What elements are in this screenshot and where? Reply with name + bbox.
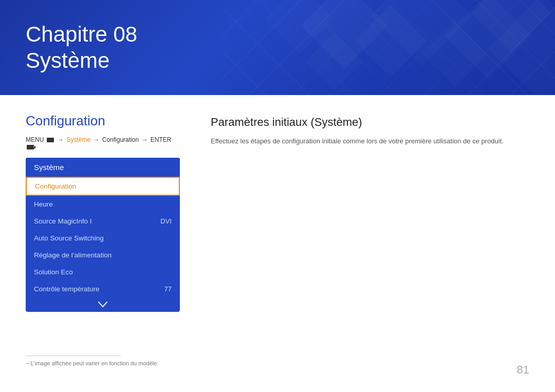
breadcrumb-configuration: Configuration [102,136,139,143]
menu-item-auto-source[interactable]: Auto Source Switching [26,230,180,247]
menu-item-configuration[interactable]: Configuration [26,177,180,196]
menu-item-reglage-alimentation[interactable]: Réglage de l'alimentation [26,247,180,264]
header-title: Chapitre 08 Système [26,22,137,73]
breadcrumb: MENU → Système → Configuration → ENTER [26,136,180,151]
menu-chevron-down[interactable] [26,297,180,312]
right-column: Paramètres initiaux (Système) Effectuez … [211,113,529,312]
breadcrumb-arrow3: → [141,136,149,143]
content-title: Paramètres initiaux (Système) [211,116,529,129]
footer-text: − L'image affichée peut varier en foncti… [26,360,529,366]
breadcrumb-arrow1: → [58,136,65,143]
menu-item-source-magicinfo[interactable]: Source MagicInfo I DVI [26,213,180,230]
menu-item-label: Réglage de l'alimentation [34,251,112,259]
main-content: Configuration MENU → Système → Configura… [0,95,555,327]
menu-item-label: Source MagicInfo I [34,217,92,225]
menu-item-label: Solution Eco [34,268,73,276]
footer-note: − L'image affichée peut varier en foncti… [26,356,529,366]
breadcrumb-arrow2: → [93,136,101,143]
menu-item-value: 77 [164,285,172,293]
menu-item-solution-eco[interactable]: Solution Eco [26,264,180,281]
menu-item-heure[interactable]: Heure [26,196,180,213]
footer-divider [26,356,121,356]
header-banner: Chapitre 08 Système [0,0,555,95]
breadcrumb-enter: ENTER [151,136,172,143]
menu-item-label: Contrôle température [34,285,100,293]
page-number: 81 [517,363,529,377]
menu-item-value: DVI [160,217,172,225]
menu-item-controle-temperature[interactable]: Contrôle température 77 [26,281,180,297]
menu-header: Système [26,158,180,177]
menu-item-label: Configuration [35,182,76,190]
menu-item-label: Heure [34,200,53,208]
section-title: Configuration [26,113,180,129]
left-column: Configuration MENU → Système → Configura… [26,113,180,312]
breadcrumb-systeme: Système [66,136,90,143]
content-description: Effectuez les étapes de configuration in… [211,136,529,147]
diamond-decoration [272,0,555,95]
menu-box: Système Configuration Heure Source Magic… [26,158,180,312]
menu-item-label: Auto Source Switching [34,234,104,242]
breadcrumb-menu: MENU [26,136,44,143]
